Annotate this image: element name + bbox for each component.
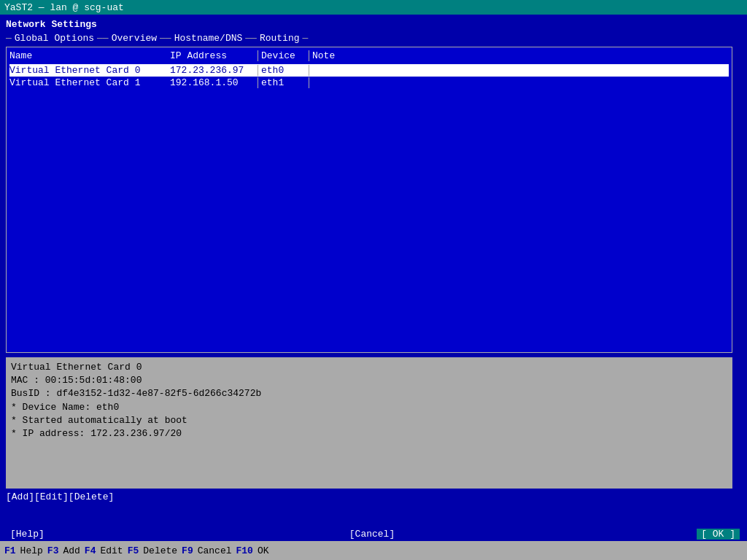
add-button[interactable]: [Add] xyxy=(6,491,34,502)
detail-title: Virtual Ethernet Card 0 xyxy=(11,361,727,374)
col-header-device: Device xyxy=(258,50,309,61)
fkey-f5-label: F5 xyxy=(126,544,141,558)
table-row[interactable]: Virtual Ethernet Card 0 172.23.236.97 et… xyxy=(9,64,729,77)
fkey-f3-label: F3 xyxy=(46,544,61,558)
tab-routing[interactable]: Routing xyxy=(257,33,303,44)
table-header: Name IP Address Device Note xyxy=(9,50,729,63)
detail-line-1: * Started automatically at boot xyxy=(11,414,727,427)
edit-button[interactable]: [Edit] xyxy=(34,491,69,502)
fkey-f3-add[interactable]: Add xyxy=(60,544,82,558)
title-text: YaST2 — lan @ scg-uat xyxy=(4,2,124,13)
fkey-f9-cancel[interactable]: Cancel xyxy=(195,544,235,558)
tabs-row: — Global Options —— Overview —— Hostname… xyxy=(6,33,741,44)
tab-global-options[interactable]: Global Options xyxy=(12,33,97,44)
title-bar: YaST2 — lan @ scg-uat xyxy=(0,0,747,15)
fkey-f4-label: F4 xyxy=(83,544,98,558)
delete-button[interactable]: [Delete] xyxy=(69,491,114,502)
row-0-note xyxy=(309,65,382,76)
col-header-name: Name xyxy=(9,50,170,61)
tab-border-right: — xyxy=(303,33,309,44)
tab-sep-2: —— xyxy=(160,33,171,44)
detail-panel: Virtual Ethernet Card 0 MAC : 00:15:5d:0… xyxy=(6,357,732,489)
fkey-f10-ok[interactable]: OK xyxy=(255,544,272,558)
detail-busid: BusID : df4e3152-1d32-4e87-82f5-6d266c34… xyxy=(11,387,727,400)
ok-button[interactable]: [ OK ] xyxy=(697,529,740,540)
detail-line-2: * IP address: 172.23.236.97/20 xyxy=(11,427,727,440)
detail-line-0: * Device Name: eth0 xyxy=(11,401,727,414)
fkey-bar: F1 Help F3 Add F4 Edit F5 Delete F9 Canc… xyxy=(0,541,747,560)
help-button[interactable]: [Help] xyxy=(7,529,47,540)
fkey-f9-label: F9 xyxy=(180,544,195,558)
row-1-device: eth1 xyxy=(258,77,309,88)
main-area: Network Settings — Global Options —— Ove… xyxy=(0,15,747,507)
tab-sep-1: —— xyxy=(97,33,109,44)
fkey-f4-edit[interactable]: Edit xyxy=(97,544,125,558)
col-header-ip: IP Address xyxy=(170,50,258,61)
col-header-note: Note xyxy=(309,50,382,61)
fkey-f1-help[interactable]: Help xyxy=(18,544,46,558)
fkey-f10-label: F10 xyxy=(235,544,255,558)
action-buttons-row: [Add][Edit][Delete] xyxy=(6,491,741,502)
row-0-device: eth0 xyxy=(258,65,309,76)
bottom-bar: [Help] [Cancel] [ OK ] xyxy=(0,527,747,541)
page-title: Network Settings xyxy=(6,19,741,30)
fkey-f1-label: F1 xyxy=(3,544,18,558)
row-1-name: Virtual Ethernet Card 1 xyxy=(9,77,170,88)
tab-overview[interactable]: Overview xyxy=(109,33,160,44)
row-0-name: Virtual Ethernet Card 0 xyxy=(9,65,170,76)
row-1-ip: 192.168.1.50 xyxy=(170,77,258,88)
network-table-panel: Name IP Address Device Note Virtual Ethe… xyxy=(6,47,732,353)
row-1-note xyxy=(309,77,382,88)
detail-mac: MAC : 00:15:5d:01:48:00 xyxy=(11,374,727,387)
tab-sep-3: —— xyxy=(245,33,257,44)
table-row[interactable]: Virtual Ethernet Card 1 192.168.1.50 eth… xyxy=(9,77,729,89)
tab-hostname-dns[interactable]: Hostname/DNS xyxy=(171,33,246,44)
tab-border-left: — xyxy=(6,33,12,44)
fkey-f5-delete[interactable]: Delete xyxy=(140,544,180,558)
cancel-button[interactable]: [Cancel] xyxy=(347,529,398,540)
row-0-ip: 172.23.236.97 xyxy=(170,65,258,76)
